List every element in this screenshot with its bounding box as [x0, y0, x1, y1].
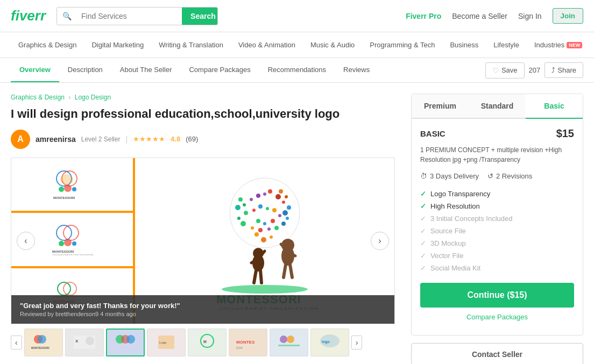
share-icon: ⤴	[551, 66, 555, 74]
tab-description[interactable]: Description	[59, 58, 111, 82]
breadcrumb-child[interactable]: Logo Design	[75, 94, 111, 101]
refresh-icon: ↺	[487, 172, 493, 180]
nav-graphics-design[interactable]: Graphics & Design	[11, 32, 84, 58]
tab-about-seller[interactable]: About The Seller	[111, 58, 181, 82]
avatar: A	[11, 130, 30, 149]
revisions-info: ↺ 2 Revisions	[487, 172, 532, 180]
package-name-price: BASIC $15	[420, 127, 574, 140]
tab-premium[interactable]: Premium	[412, 94, 469, 119]
thumbnail-2[interactable]: X	[65, 329, 104, 356]
svg-point-47	[271, 219, 275, 223]
save-count: 207	[529, 66, 541, 74]
thumbnail-6[interactable]: MONTES SORI	[229, 329, 267, 356]
left-column: Graphics & Design › Logo Design I will d…	[11, 94, 395, 364]
feature-cross-icon: ✓	[420, 252, 426, 260]
tab-standard[interactable]: Standard	[469, 94, 526, 119]
svg-point-77	[126, 335, 135, 344]
revisions-label: 2 Revisions	[496, 172, 532, 180]
heart-icon: ♡	[492, 66, 499, 75]
tab-basic[interactable]: Basic	[526, 94, 583, 119]
svg-text:MONTESSORI: MONTESSORI	[31, 346, 49, 349]
save-button[interactable]: ♡ Save	[485, 62, 525, 78]
search-button[interactable]: Search	[182, 8, 218, 25]
svg-point-46	[278, 214, 281, 217]
svg-text:ADVANCEMENT ORGANIZATION: ADVANCEMENT ORGANIZATION	[52, 254, 94, 255]
thumbnail-4[interactable]: Logo	[147, 329, 186, 356]
clock-icon: ⏱	[420, 172, 427, 180]
svg-point-33	[282, 210, 288, 216]
sign-in-link[interactable]: Sign In	[518, 12, 542, 20]
review-overlay: "Great job and very fast! Thanks for you…	[11, 295, 394, 324]
compare-packages-link[interactable]: Compare Packages	[420, 313, 574, 321]
svg-point-21	[238, 197, 243, 202]
svg-point-28	[275, 194, 281, 199]
svg-point-43	[258, 204, 263, 209]
delivery-info: ⏱ 3 Days Delivery	[420, 172, 479, 180]
svg-point-38	[270, 235, 273, 239]
thumbnail-3[interactable]	[106, 329, 145, 356]
rating-number: 4.8	[171, 135, 180, 143]
svg-point-31	[285, 195, 288, 198]
image-slider: ‹	[11, 158, 395, 324]
star-rating: ★★★★★	[133, 135, 165, 143]
thumbnail-prev-button[interactable]: ‹	[11, 336, 22, 349]
logo: fiverr	[11, 8, 46, 24]
svg-text:M: M	[203, 340, 207, 344]
svg-point-22	[243, 203, 246, 206]
svg-point-23	[235, 205, 241, 210]
feature-cross-icon: ✓	[420, 264, 426, 272]
svg-point-40	[256, 194, 260, 198]
tab-reviews[interactable]: Reviews	[335, 58, 378, 82]
become-seller-link[interactable]: Become a Seller	[452, 12, 507, 20]
search-bar: 🔍 Search	[56, 7, 218, 25]
nav-business[interactable]: Business	[442, 32, 486, 58]
svg-point-80	[201, 334, 214, 347]
svg-text:MONTESSORI: MONTESSORI	[52, 250, 74, 253]
review-meta: Reviewed by bretthenderson9 4 months ago	[20, 311, 386, 317]
package-panel: Premium Standard Basic BASIC $15 1 PREMI…	[411, 94, 583, 336]
svg-point-2	[60, 174, 73, 185]
svg-point-48	[263, 222, 266, 225]
svg-point-9	[59, 241, 64, 246]
feature-label: Vector File	[430, 252, 463, 260]
seller-level: Level 2 Seller	[81, 135, 121, 143]
svg-line-58	[284, 265, 286, 277]
package-description: 1 PREMIUM CONCEPT + multiple revision +H…	[420, 145, 574, 165]
nav-lifestyle[interactable]: Lifestyle	[486, 32, 527, 58]
svg-point-70	[38, 335, 46, 344]
feature-label: Logo Transparency	[430, 190, 490, 198]
nav-industries[interactable]: Industries NEW	[527, 32, 590, 58]
breadcrumb-parent[interactable]: Graphics & Design	[11, 94, 65, 101]
svg-text:SORI: SORI	[236, 346, 243, 349]
share-button[interactable]: ⤴ Share	[544, 62, 583, 78]
breadcrumb: Graphics & Design › Logo Design	[11, 94, 395, 101]
svg-point-84	[280, 336, 287, 343]
thumbnail-5[interactable]: M	[188, 329, 227, 356]
slider-prev-button[interactable]: ‹	[17, 232, 35, 250]
nav-video-animation[interactable]: Video & Animation	[231, 32, 303, 58]
continue-button[interactable]: Continue ($15)	[420, 283, 574, 308]
fiverr-pro-link[interactable]: Fiverr Pro	[406, 12, 441, 20]
tab-overview[interactable]: Overview	[11, 58, 59, 82]
search-input[interactable]	[75, 8, 182, 25]
seller-name[interactable]: amreenirsa	[36, 135, 76, 144]
nav-writing-translation[interactable]: Writing & Translation	[151, 32, 231, 58]
thumbnail-7[interactable]	[270, 329, 308, 356]
contact-seller-button[interactable]: Contact Seller	[411, 343, 583, 364]
svg-text:Logo: Logo	[159, 341, 167, 344]
svg-point-41	[263, 192, 266, 196]
thumbnail-8[interactable]: logo	[310, 329, 349, 356]
svg-point-45	[272, 208, 277, 212]
tab-recommendations[interactable]: Recommendations	[259, 58, 335, 82]
nav-programming-tech[interactable]: Programming & Tech	[362, 32, 442, 58]
thumbnail-next-button[interactable]: ›	[351, 336, 363, 349]
nav-digital-marketing[interactable]: Digital Marketing	[84, 32, 151, 58]
tab-compare-packages[interactable]: Compare Packages	[180, 58, 259, 82]
svg-point-4	[64, 184, 72, 192]
thumbnail-1[interactable]: MONTESSORI	[24, 329, 63, 356]
svg-point-52	[267, 227, 271, 231]
slider-next-button[interactable]: ›	[371, 232, 389, 250]
feature-vector-file: ✓ Vector File	[420, 249, 574, 262]
join-button[interactable]: Join	[553, 8, 583, 24]
nav-music-audio[interactable]: Music & Audio	[303, 32, 362, 58]
